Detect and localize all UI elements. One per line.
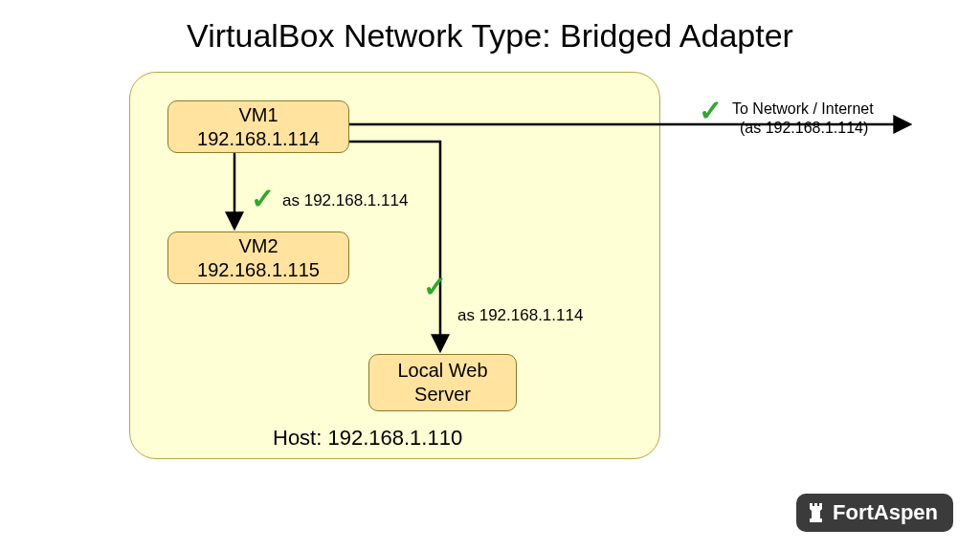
- node-vm2: VM2 192.168.1.115: [167, 231, 349, 284]
- node-vm1-ip: 192.168.1.114: [168, 127, 348, 151]
- edge-label-vm1-vm2: as 192.168.1.114: [282, 191, 408, 210]
- edge-label-internet-line2: (as 192.168.1.114): [740, 120, 868, 137]
- node-vm1: VM1 192.168.1.114: [167, 100, 349, 153]
- diagram-title: VirtualBox Network Type: Bridged Adapter: [0, 17, 980, 55]
- edge-label-vm1-web: as 192.168.1.114: [457, 306, 583, 325]
- rook-icon: [808, 501, 827, 524]
- node-local-web-server: Local Web Server: [368, 354, 517, 411]
- edge-label-internet-line1: To Network / Internet: [732, 100, 874, 118]
- brand-name: FortAspen: [833, 500, 938, 525]
- brand-logo: FortAspen: [796, 494, 953, 532]
- check-icon: ✓: [251, 182, 275, 215]
- node-web-line2: Server: [369, 383, 516, 407]
- node-web-line1: Local Web: [369, 359, 516, 383]
- node-vm2-ip: 192.168.1.115: [168, 258, 348, 282]
- check-icon: ✓: [699, 94, 723, 127]
- host-label: Host: 192.168.1.110: [273, 426, 462, 451]
- check-icon: ✓: [423, 270, 447, 303]
- node-vm2-name: VM2: [168, 234, 348, 258]
- node-vm1-name: VM1: [168, 103, 348, 127]
